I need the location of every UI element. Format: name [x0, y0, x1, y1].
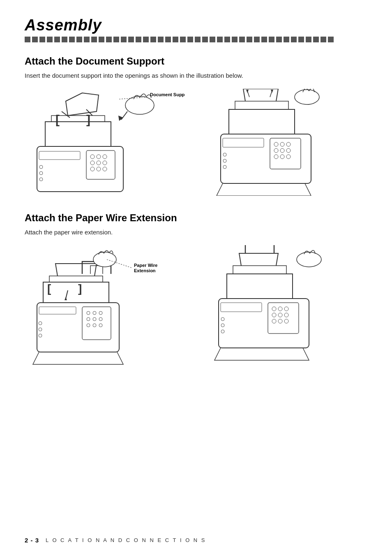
- page: Assembly // will be rendered after DOM l…: [0, 0, 392, 556]
- svg-point-3: [97, 155, 101, 159]
- svg-point-74: [284, 319, 288, 323]
- svg-point-38: [295, 90, 319, 104]
- section1-right-illustration: [200, 89, 367, 196]
- svg-point-42: [87, 311, 90, 315]
- section1-illustration-row: [ ]: [25, 89, 367, 196]
- svg-point-43: [93, 311, 96, 315]
- svg-point-45: [87, 317, 90, 321]
- svg-marker-22: [246, 90, 249, 93]
- svg-point-29: [280, 148, 284, 153]
- section-paper-wire: Attach the Paper Wire Extension Attach t…: [25, 212, 367, 369]
- svg-point-25: [274, 142, 278, 146]
- section2-body: Attach the paper wire extension.: [25, 228, 367, 237]
- footer-chapter-title: L O C A T I O N A N D C O N N E C T I O …: [46, 537, 206, 543]
- svg-point-78: [221, 330, 224, 333]
- svg-rect-61: [219, 299, 309, 348]
- svg-point-77: [221, 324, 224, 327]
- svg-point-73: [278, 319, 282, 323]
- svg-point-27: [286, 142, 291, 146]
- svg-point-31: [274, 155, 278, 159]
- svg-point-4: [103, 155, 107, 159]
- svg-point-9: [97, 167, 101, 171]
- svg-rect-34: [223, 138, 264, 147]
- svg-point-8: [90, 167, 95, 171]
- svg-rect-21: [221, 134, 311, 183]
- svg-point-69: [272, 313, 276, 317]
- svg-point-52: [39, 328, 42, 331]
- svg-text:]: ]: [86, 113, 90, 126]
- svg-point-71: [284, 313, 288, 317]
- svg-point-12: [39, 165, 43, 169]
- svg-point-26: [280, 142, 284, 146]
- svg-point-28: [274, 148, 278, 153]
- svg-rect-41: [82, 307, 111, 340]
- svg-text:Paper Wire: Paper Wire: [134, 263, 157, 268]
- svg-text:[: [: [55, 113, 60, 126]
- svg-point-51: [39, 322, 42, 325]
- svg-point-72: [272, 319, 276, 323]
- section2-illustration-row: Paper Wire Extension [ ]: [25, 245, 367, 368]
- footer: 2 - 3 L O C A T I O N A N D C O N N E C …: [0, 537, 392, 544]
- section1-body: Insert the document support into the ope…: [25, 71, 367, 81]
- svg-point-68: [284, 307, 288, 311]
- svg-point-33: [286, 155, 291, 159]
- svg-point-50: [99, 324, 102, 327]
- svg-point-67: [278, 307, 282, 311]
- svg-point-46: [93, 317, 96, 321]
- svg-rect-1: [86, 151, 115, 179]
- title-separator: // will be rendered after DOM load: [25, 37, 367, 42]
- svg-point-70: [278, 313, 282, 317]
- svg-point-13: [39, 171, 43, 175]
- section1-heading: Attach the Document Support: [25, 56, 367, 67]
- svg-point-5: [90, 161, 95, 165]
- svg-point-37: [223, 165, 226, 169]
- svg-point-32: [280, 155, 284, 159]
- svg-point-48: [87, 324, 90, 327]
- svg-point-30: [286, 148, 291, 153]
- svg-rect-11: [39, 151, 80, 160]
- svg-point-76: [221, 317, 224, 321]
- svg-point-64: [297, 252, 321, 267]
- svg-marker-23: [271, 90, 273, 93]
- svg-point-49: [93, 324, 96, 327]
- svg-rect-75: [221, 303, 262, 312]
- page-title: Assembly: [25, 16, 367, 34]
- svg-point-53: [39, 334, 42, 337]
- svg-rect-39: [37, 303, 119, 352]
- section2-heading: Attach the Paper Wire Extension: [25, 212, 367, 224]
- svg-point-17: [125, 96, 154, 114]
- footer-page-number: 2 - 3: [25, 537, 39, 544]
- svg-rect-40: [39, 307, 76, 314]
- svg-point-2: [90, 155, 95, 159]
- svg-point-7: [103, 161, 107, 165]
- svg-point-35: [223, 153, 226, 156]
- section1-left-illustration: [ ]: [25, 89, 192, 196]
- svg-point-54: [93, 252, 116, 267]
- section-document-support: Attach the Document Support Insert the d…: [25, 56, 367, 196]
- svg-point-6: [97, 161, 101, 165]
- svg-text:]: ]: [78, 282, 82, 295]
- section2-right-illustration: [200, 245, 367, 368]
- svg-point-14: [39, 178, 43, 181]
- svg-marker-60: [65, 297, 67, 300]
- svg-point-44: [99, 311, 102, 315]
- svg-point-66: [272, 307, 276, 311]
- svg-text:Extension: Extension: [134, 268, 156, 273]
- svg-point-47: [99, 317, 102, 321]
- svg-text:[: [: [47, 282, 51, 295]
- svg-point-10: [103, 167, 107, 171]
- svg-point-36: [223, 159, 226, 162]
- section2-left-illustration: Paper Wire Extension [ ]: [25, 245, 192, 368]
- svg-text:Document Support: Document Support: [150, 92, 185, 97]
